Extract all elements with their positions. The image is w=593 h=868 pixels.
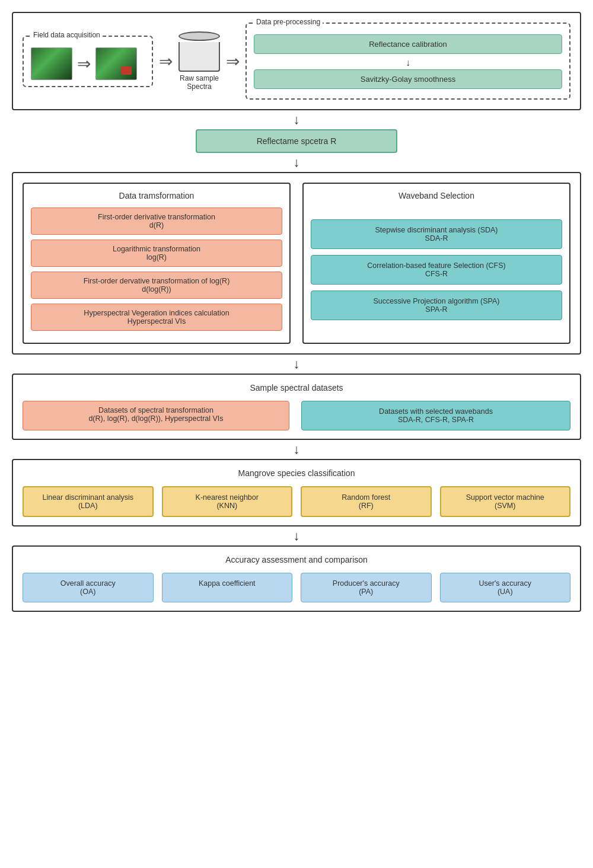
waveband-item-1: Correlation-based feature Selection (CFS… <box>311 255 562 285</box>
accuracy-section: Accuracy assessment and comparison Overa… <box>12 545 581 612</box>
arrow3-icon: ⇒ <box>226 52 240 71</box>
waveband-item-2: Successive Projection algorithm (SPA)SPA… <box>311 291 562 320</box>
reflectance-spectra-box: Reflectame spcetra R <box>196 129 397 153</box>
accuracy-item-3: User's accuracy(UA) <box>440 573 571 602</box>
datasets-title: Sample spectral datasets <box>23 383 570 392</box>
photo1 <box>31 47 72 80</box>
classif-item-1: K-nearest neighbor(KNN) <box>162 486 293 517</box>
classif-item-3: Support vector machine(SVM) <box>440 486 571 517</box>
datasets-section: Sample spectral datasets Datasets of spe… <box>12 374 581 440</box>
raw-spectra: Raw sampleSpectra <box>178 31 220 91</box>
arrow-after-classif: ↓ <box>12 526 581 545</box>
raw-spectra-label: Raw sampleSpectra <box>180 74 219 91</box>
mid-section: Data tramsformation First-order derivati… <box>12 172 581 355</box>
accuracy-item-2: Producer's accuracy(PA) <box>301 573 432 602</box>
arrow-after-mid: ↓ <box>12 355 581 374</box>
arrow2-icon: ⇒ <box>159 52 173 71</box>
photo2 <box>95 47 137 80</box>
transform-item-2: First-order dervative transformation of … <box>31 272 282 299</box>
transformation-col: Data tramsformation First-order derivati… <box>23 183 291 344</box>
datasets-teal: Datasets with selected wavebandsSDA-R, C… <box>301 401 570 430</box>
savitzky-box: Savitzky-Golay smoothness <box>254 69 562 89</box>
arrow1-icon: ⇒ <box>77 54 91 74</box>
arrow-after-top: ↓ <box>12 110 581 129</box>
accuracy-item-0: Overall accuracy(OA) <box>23 573 154 602</box>
cylinder-top <box>178 31 220 41</box>
field-data-box: Field data acquisition ⇒ <box>23 36 153 87</box>
arrow-after-datasets: ↓ <box>12 440 581 459</box>
waveband-col: Waveband Selection Stepwise discriminant… <box>302 183 570 344</box>
cylinder-body <box>178 42 220 72</box>
top-section: Field data acquisition ⇒ ⇒ Raw sampleSpe… <box>12 12 581 110</box>
reflectance-calib-box: Reflectance calibration <box>254 34 562 54</box>
transformation-title: Data tramsformation <box>31 191 282 200</box>
field-data-label: Field data acquisition <box>31 31 103 39</box>
preproc-label: Data pre-processing <box>254 18 323 26</box>
waveband-title: Waveband Selection <box>311 191 562 200</box>
preproc-box: Data pre-processing Reflectance calibrat… <box>246 23 570 100</box>
transform-item-0: First-order derivative transformationd(R… <box>31 208 282 235</box>
classif-item-0: Linear discriminant analysis(LDA) <box>23 486 154 517</box>
classif-title: Mangrove species classification <box>23 468 570 478</box>
classif-section: Mangrove species classification Linear d… <box>12 459 581 526</box>
transform-item-3: Hyperspectral Vegeration indices calcula… <box>31 304 282 331</box>
accuracy-title: Accuracy assessment and comparison <box>23 555 570 564</box>
arrow-after-reflectance: ↓ <box>12 153 581 172</box>
page: Field data acquisition ⇒ ⇒ Raw sampleSpe… <box>12 12 581 612</box>
classif-item-2: Random forest(RF) <box>301 486 432 517</box>
accuracy-item-1: Kappa coefficient <box>162 573 293 602</box>
transform-item-1: Logarithmic transformationlog(R) <box>31 240 282 267</box>
waveband-item-0: Stepwise discriminant analysis (SDA)SDA-… <box>311 219 562 249</box>
datasets-orange: Datasets of spectral transformationd(R),… <box>23 401 289 430</box>
small-arrow-icon: ↓ <box>254 58 562 68</box>
